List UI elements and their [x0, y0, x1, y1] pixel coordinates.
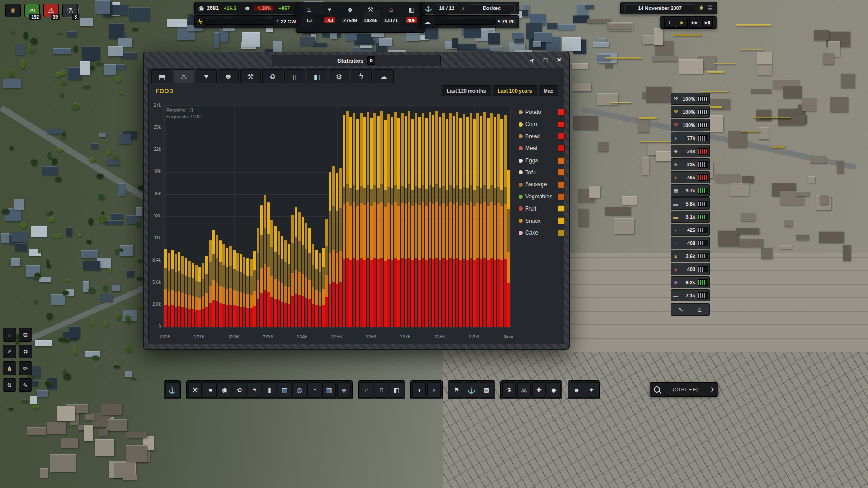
chart-bar[interactable] — [487, 118, 490, 327]
chart-bar[interactable] — [339, 168, 342, 327]
chart-bar[interactable] — [397, 118, 400, 327]
toolbar-depots[interactable]: ◗ — [427, 382, 441, 398]
chart-bar[interactable] — [270, 220, 273, 327]
chart-bar[interactable] — [305, 223, 307, 328]
resource-row-maintenance-1[interactable]: ⚒100% — [671, 93, 710, 105]
resource-row-sulfur[interactable]: ▲3.6k — [671, 250, 710, 262]
chart-bar[interactable] — [422, 113, 425, 328]
toolbar-education[interactable]: ◆ — [547, 382, 561, 398]
play-button[interactable]: ▶ — [677, 18, 688, 28]
copy-tool[interactable]: ⧉ — [19, 328, 32, 342]
chart-bar[interactable] — [497, 114, 500, 327]
chart-bar[interactable] — [233, 250, 236, 327]
chart-bar[interactable] — [370, 118, 373, 327]
chart-bar[interactable] — [466, 117, 469, 327]
legend-item[interactable]: Bread — [519, 130, 565, 142]
tab-electricity[interactable]: ϟ — [351, 69, 372, 83]
legend-item[interactable]: Corn — [519, 118, 565, 131]
pause-button[interactable]: ‖ — [664, 18, 675, 28]
research-icon[interactable]: ⚗3 — [62, 4, 78, 17]
chart-bar[interactable] — [387, 114, 390, 327]
chart-bar[interactable] — [295, 207, 297, 327]
chart-bar[interactable] — [322, 248, 325, 327]
select-tool[interactable]: ◌ — [3, 328, 16, 342]
chart-bar[interactable] — [363, 117, 366, 327]
chart-bar[interactable] — [205, 256, 208, 327]
resource-row-parts-2[interactable]: ▪408 — [671, 237, 710, 249]
messages-icon[interactable]: ✉192 — [24, 4, 40, 17]
chart-bar[interactable] — [281, 236, 283, 327]
chart-bar[interactable] — [336, 173, 339, 327]
legend-item[interactable]: Snack — [519, 215, 565, 227]
toolbar-foundations[interactable]: ▦ — [322, 382, 336, 398]
resource-row-slabs[interactable]: ▬5.8k — [671, 197, 710, 210]
toolbar-water[interactable]: ◉ — [218, 382, 231, 398]
chart-bar[interactable] — [212, 230, 215, 327]
resource-row-concrete[interactable]: ▦3.7k — [671, 184, 710, 197]
chart-bar[interactable] — [432, 115, 434, 327]
tab-health[interactable]: ♥ — [196, 69, 217, 83]
resource-row-fuel-oil[interactable]: ♦45k — [671, 171, 710, 183]
chart-bar[interactable] — [500, 119, 503, 327]
chart-bar[interactable] — [429, 112, 431, 327]
chart-bar[interactable] — [181, 256, 184, 327]
tab-pipes[interactable]: ▯ — [284, 69, 305, 83]
pick-tool[interactable]: ✐ — [3, 345, 16, 358]
chart-bar[interactable] — [216, 235, 218, 327]
tab-fuel[interactable]: ◧ — [307, 69, 327, 83]
toolbar-population-menu[interactable]: ☻ — [570, 382, 583, 398]
toolbar-meters[interactable]: ◔ — [307, 382, 321, 398]
toolbar-shipyard[interactable]: ⚓ — [165, 382, 179, 398]
chart-bar[interactable] — [439, 117, 442, 327]
chart-bar[interactable] — [202, 263, 205, 327]
chart-bar[interactable] — [319, 253, 321, 327]
chart-bar[interactable] — [188, 261, 191, 327]
chart-bar[interactable] — [240, 254, 242, 328]
chart-bar[interactable] — [229, 246, 232, 327]
toolbar-waste[interactable]: ◍ — [292, 382, 306, 398]
chart-bar[interactable] — [480, 116, 483, 327]
tab-population[interactable]: ☻ — [218, 69, 239, 83]
range-button[interactable]: Last 100 years — [493, 85, 537, 96]
chart-bar[interactable] — [175, 254, 177, 328]
toolbar-trade[interactable]: ⚖ — [517, 382, 531, 398]
chart-bar[interactable] — [222, 244, 225, 327]
chart-bar[interactable] — [168, 253, 170, 327]
chart-bar[interactable] — [504, 115, 507, 327]
tab-weather[interactable]: ☁ — [373, 69, 394, 83]
tab-food[interactable]: ♨ — [174, 69, 194, 83]
resource-row-parts-1[interactable]: ▪426 — [671, 224, 710, 236]
resource-row-maintenance-2[interactable]: ⚒100% — [671, 106, 710, 118]
chart-bar[interactable] — [401, 113, 404, 327]
toolbar-trucks[interactable]: ◧ — [390, 382, 403, 398]
chart-bar[interactable] — [459, 118, 462, 327]
toolbar-ships[interactable]: ⚓ — [465, 382, 478, 398]
chart-bar[interactable] — [360, 113, 363, 327]
chart-bar[interactable] — [291, 215, 294, 327]
chart-bar[interactable] — [192, 263, 194, 327]
chart-bar[interactable] — [267, 202, 270, 327]
tab-maintenance[interactable]: ⚙ — [329, 69, 349, 83]
resource-row-coal[interactable]: ◆24k — [671, 145, 710, 157]
chart-bar[interactable] — [219, 240, 222, 327]
pollution-shortcut-icon[interactable]: ♨ — [697, 306, 703, 313]
chart-bar[interactable] — [302, 217, 304, 327]
paint-tool[interactable]: ✏ — [19, 361, 32, 375]
pin-icon[interactable]: ➤ — [525, 53, 539, 67]
toolbar-cargo[interactable]: ▩ — [480, 382, 493, 398]
chart-bar[interactable] — [315, 250, 318, 327]
resource-row-fuel-gas[interactable]: ♦77k — [671, 132, 710, 144]
toolbar-housing[interactable]: ⌂ — [360, 382, 373, 398]
chart-bar[interactable] — [171, 250, 174, 327]
chevron-right-icon[interactable]: ❯ — [711, 387, 714, 392]
chart-bar[interactable] — [411, 119, 414, 327]
toolbar-terrain-tools[interactable]: ☚ — [203, 382, 217, 398]
toolbar-vehicles[interactable]: ◖ — [412, 382, 426, 398]
chart-bar[interactable] — [377, 116, 380, 327]
toolbar-mining[interactable]: ⚒ — [188, 382, 202, 398]
chart-bar[interactable] — [312, 244, 315, 327]
resource-row-wood[interactable]: ▬3.1k — [671, 211, 710, 223]
toolbar-health[interactable]: ✚ — [532, 382, 546, 398]
chart-bar[interactable] — [394, 112, 397, 327]
recycle-tool[interactable]: ♻ — [19, 345, 32, 358]
